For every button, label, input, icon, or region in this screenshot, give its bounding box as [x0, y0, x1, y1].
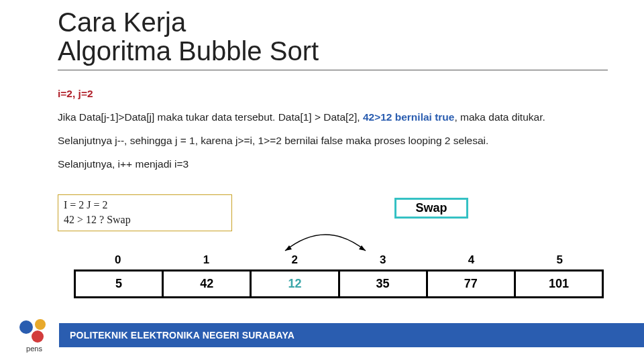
array-cell: 35 — [338, 269, 428, 298]
array-cell: 5 — [74, 269, 164, 298]
slide-title: Cara Kerja Algoritma Bubble Sort — [58, 8, 608, 70]
index-label: 0 — [74, 253, 162, 269]
index-label: 1 — [162, 253, 251, 269]
step-heading: i=2, j=2 — [58, 87, 608, 101]
array-display: 012345 542123577101 — [74, 253, 604, 298]
svg-text:pens: pens — [26, 345, 42, 353]
p1-c: , maka data ditukar. — [454, 111, 545, 123]
p1-a: Jika Data[j-1]>Data[j] maka tukar data t… — [58, 111, 363, 123]
paragraph-1: Jika Data[j-1]>Data[j] maka tukar data t… — [58, 111, 608, 125]
swap-arc-icon — [278, 225, 372, 252]
svg-point-4 — [32, 330, 44, 343]
index-label: 3 — [339, 253, 427, 269]
state-line-1: I = 2 J = 2 — [64, 198, 226, 213]
svg-point-3 — [35, 319, 46, 330]
pens-logo-icon: pens — [15, 315, 54, 354]
index-label: 5 — [515, 253, 604, 269]
index-label: 2 — [250, 253, 339, 269]
swap-label: Swap — [394, 198, 468, 219]
array-cell: 12 — [250, 269, 339, 298]
footer-text: POLITEKNIK ELEKTRONIKA NEGERI SURABAYA — [70, 330, 294, 341]
cell-row: 542123577101 — [74, 269, 604, 298]
paragraph-2: Selanjutnya j--, sehingga j = 1, karena … — [58, 134, 608, 148]
index-row: 012345 — [74, 253, 604, 269]
title-line-1: Cara Kerja — [58, 7, 186, 37]
title-line-2: Algoritma Bubble Sort — [58, 36, 319, 66]
index-label: 4 — [427, 253, 516, 269]
array-cell: 101 — [514, 269, 604, 298]
array-cell: 77 — [426, 269, 516, 298]
footer-bar: POLITEKNIK ELEKTRONIKA NEGERI SURABAYA — [59, 323, 644, 347]
paragraph-3: Selanjutnya, i++ menjadi i=3 — [58, 158, 608, 172]
state-line-2: 42 > 12 ? Swap — [64, 213, 226, 227]
state-box: I = 2 J = 2 42 > 12 ? Swap — [58, 194, 232, 231]
slide-body: i=2, j=2 Jika Data[j-1]>Data[j] maka tuk… — [58, 87, 608, 181]
array-cell: 42 — [162, 269, 252, 298]
p1-b: 42>12 bernilai true — [363, 111, 455, 123]
svg-point-2 — [19, 320, 33, 334]
